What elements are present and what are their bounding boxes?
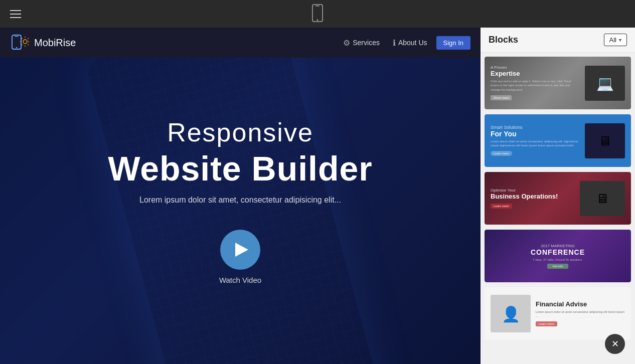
block-1-image bbox=[585, 66, 625, 101]
block-1-title: Expertise bbox=[491, 70, 580, 77]
svg-line-11 bbox=[22, 38, 23, 39]
logo-icon bbox=[10, 33, 30, 53]
block-5-text: Financial Advise Lorem ipsum dolor sit a… bbox=[536, 300, 625, 327]
svg-line-14 bbox=[22, 45, 23, 46]
block-card-1[interactable]: A Proven Expertise Click any text to edi… bbox=[485, 57, 631, 109]
block-5-btn: Learn more bbox=[536, 321, 557, 326]
nav-cta-button[interactable]: Sign In bbox=[436, 36, 470, 50]
block-3-title: Business Operations! bbox=[491, 193, 575, 200]
play-icon bbox=[235, 243, 248, 257]
block-4-btn: Get info bbox=[547, 264, 568, 269]
hero-content: Responsive Website Builder Lorem ipsum d… bbox=[98, 107, 383, 294]
filter-button[interactable]: All ▾ bbox=[604, 34, 627, 46]
svg-rect-1 bbox=[315, 6, 320, 7]
block-5-title: Financial Advise bbox=[536, 300, 625, 308]
phone-preview-icon bbox=[312, 4, 323, 24]
right-panel-header: Blocks All ▾ bbox=[481, 28, 635, 53]
block-3-image bbox=[580, 181, 625, 216]
close-button[interactable]: ✕ bbox=[605, 334, 625, 354]
nav-services[interactable]: ⚙ Services bbox=[339, 36, 384, 50]
block-5-image bbox=[491, 295, 531, 332]
nav-about-label: About Us bbox=[398, 39, 427, 47]
block-2-desc: Lorem ipsum dolor sit amet consectetur a… bbox=[491, 139, 580, 148]
block-1-desc: Click any text to edit or style it. Sele… bbox=[491, 79, 580, 92]
hero-title-bold: Website Builder bbox=[108, 151, 373, 186]
svg-point-5 bbox=[16, 47, 17, 48]
svg-line-12 bbox=[28, 45, 29, 46]
nav-services-label: Services bbox=[353, 39, 380, 47]
block-2-btn: Learn more bbox=[491, 151, 512, 156]
block-1-text: A Proven Expertise Click any text to edi… bbox=[491, 65, 580, 101]
block-2-text: Smart Solutions For You Lorem ipsum dolo… bbox=[491, 125, 580, 157]
block-1-subtitle: A Proven bbox=[491, 65, 580, 70]
watch-video-label: Watch Video bbox=[219, 276, 261, 284]
services-icon: ⚙ bbox=[343, 38, 350, 48]
watch-video-button[interactable]: Watch Video bbox=[108, 230, 373, 284]
hamburger-menu[interactable] bbox=[10, 10, 21, 18]
hero-subtitle: Lorem ipsum dolor sit amet, consectetur … bbox=[108, 196, 373, 205]
block-4-title: CONFERENCE bbox=[531, 248, 585, 256]
block-card-4[interactable]: 2017 MARKETING CONFERENCE 7 days. 27 tal… bbox=[485, 230, 631, 282]
block-4-year: 2017 MARKETING bbox=[541, 244, 575, 248]
nav-links: ⚙ Services ℹ About Us Sign In bbox=[339, 36, 470, 50]
block-2-subtitle: Smart Solutions bbox=[491, 125, 580, 130]
block-2-image bbox=[585, 123, 625, 158]
svg-rect-0 bbox=[312, 5, 323, 22]
block-1-btn: Show more bbox=[491, 95, 512, 100]
block-card-2[interactable]: Smart Solutions For You Lorem ipsum dolo… bbox=[485, 114, 631, 167]
svg-point-2 bbox=[317, 19, 319, 21]
right-panel: Blocks All ▾ A Proven Expertise Click an… bbox=[481, 28, 635, 364]
hero-title-light: Responsive bbox=[108, 117, 373, 147]
block-3-text: Optimize Your Business Operations! Learn… bbox=[491, 188, 575, 209]
play-button[interactable] bbox=[220, 230, 260, 270]
nav-bar: MobiRise ⚙ Services ℹ About Us Sign In bbox=[0, 28, 481, 58]
canvas-area: MobiRise ⚙ Services ℹ About Us Sign In bbox=[0, 28, 481, 364]
nav-about[interactable]: ℹ About Us bbox=[389, 36, 431, 50]
logo-text: MobiRise bbox=[34, 37, 76, 49]
toolbar bbox=[0, 0, 635, 28]
block-3-subtitle: Optimize Your bbox=[491, 188, 575, 193]
block-2-title: For You bbox=[491, 130, 580, 138]
svg-line-13 bbox=[28, 38, 29, 39]
block-4-info: 7 days. 27 talks. Around 5k speakers. bbox=[533, 258, 583, 261]
filter-label: All bbox=[609, 36, 616, 44]
nav-cta-label: Sign In bbox=[443, 39, 463, 47]
blocks-title: Blocks bbox=[489, 35, 518, 45]
main-area: MobiRise ⚙ Services ℹ About Us Sign In bbox=[0, 28, 635, 364]
svg-rect-4 bbox=[15, 36, 19, 37]
block-card-5[interactable]: Financial Advise Lorem ipsum dolor sit a… bbox=[485, 287, 631, 340]
block-card-3[interactable]: Optimize Your Business Operations! Learn… bbox=[485, 172, 631, 225]
block-5-desc: Lorem ipsum dolor sit amet consectetur a… bbox=[536, 310, 625, 318]
nav-logo[interactable]: MobiRise bbox=[10, 33, 76, 53]
filter-arrow: ▾ bbox=[619, 37, 621, 43]
block-3-btn: Learn more bbox=[491, 204, 512, 209]
close-icon: ✕ bbox=[611, 338, 619, 349]
about-icon: ℹ bbox=[393, 38, 396, 48]
svg-point-6 bbox=[23, 40, 27, 44]
blocks-list: A Proven Expertise Click any text to edi… bbox=[481, 53, 635, 364]
hero-section: Responsive Website Builder Lorem ipsum d… bbox=[0, 58, 481, 364]
